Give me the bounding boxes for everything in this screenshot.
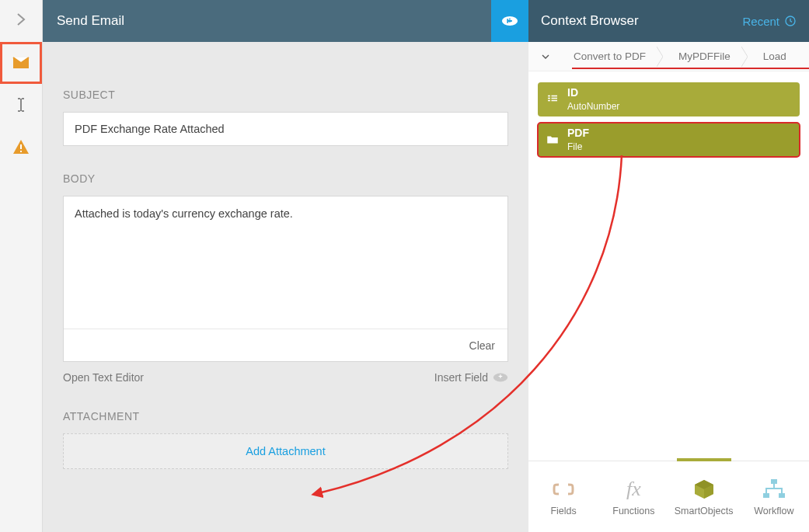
context-tabs: Fields fx Functions SmartObjects Workflo… bbox=[528, 461, 809, 532]
clock-icon bbox=[784, 15, 797, 27]
breadcrumb-separator-icon bbox=[741, 47, 748, 67]
expand-icon: + bbox=[501, 16, 518, 26]
email-icon bbox=[12, 54, 30, 72]
id-icon bbox=[546, 92, 560, 106]
tab-fields[interactable]: Fields bbox=[528, 461, 598, 532]
tab-functions[interactable]: fx Functions bbox=[598, 461, 668, 532]
svg-rect-0 bbox=[20, 144, 22, 149]
tab-label: Functions bbox=[612, 506, 654, 516]
rail-item-warning[interactable] bbox=[0, 126, 42, 168]
context-browser: Context Browser Recent Convert to PDF My… bbox=[528, 0, 809, 532]
tab-label: Workflow bbox=[754, 506, 793, 516]
subject-label: SUBJECT bbox=[63, 89, 508, 101]
breadcrumb-bar: Convert to PDF MyPDFFile Load bbox=[528, 42, 809, 71]
recent-button[interactable]: Recent bbox=[742, 15, 797, 28]
form-area: SUBJECT BODY Attached is today's currenc… bbox=[43, 42, 528, 469]
context-title: Context Browser bbox=[541, 13, 639, 29]
field-type: File bbox=[567, 141, 582, 152]
left-rail bbox=[0, 0, 43, 532]
expand-context-button[interactable]: + bbox=[491, 0, 528, 42]
open-text-editor-link[interactable]: Open Text Editor bbox=[63, 371, 144, 384]
body-editor[interactable]: Attached is today's currency exchange ra… bbox=[63, 196, 508, 362]
breadcrumb-separator-icon bbox=[657, 47, 663, 67]
svg-rect-1 bbox=[20, 151, 22, 152]
insert-field-button[interactable]: Insert Field + bbox=[434, 371, 508, 384]
field-row-pdf[interactable]: PDF File bbox=[538, 123, 800, 157]
context-header: Context Browser Recent bbox=[528, 0, 809, 42]
field-type: AutoNumber bbox=[567, 101, 619, 112]
breadcrumb-highlight bbox=[572, 68, 809, 69]
tab-label: SmartObjects bbox=[675, 506, 734, 516]
clear-button[interactable]: Clear bbox=[469, 339, 495, 352]
warning-icon bbox=[12, 137, 30, 156]
rail-item-textcursor[interactable] bbox=[0, 84, 42, 126]
breadcrumb-back-button[interactable] bbox=[533, 47, 558, 66]
subject-input[interactable] bbox=[63, 112, 508, 146]
field-name: PDF bbox=[567, 127, 589, 139]
rail-collapse-button[interactable] bbox=[0, 0, 42, 42]
recent-label: Recent bbox=[742, 15, 779, 28]
fields-icon bbox=[549, 478, 577, 501]
chevron-right-icon bbox=[12, 10, 30, 33]
insert-field-icon: + bbox=[493, 372, 508, 383]
svg-text:+: + bbox=[498, 374, 502, 381]
body-label: BODY bbox=[63, 172, 508, 185]
chevron-down-icon bbox=[539, 50, 552, 63]
main-header: Send Email + bbox=[43, 0, 528, 42]
cube-icon bbox=[690, 478, 718, 501]
panel-title: Send Email bbox=[57, 13, 124, 29]
text-cursor-icon bbox=[12, 96, 30, 114]
add-attachment-button[interactable]: Add Attachment bbox=[63, 433, 508, 469]
rail-item-email[interactable] bbox=[0, 42, 42, 84]
breadcrumb-item[interactable]: Convert to PDF bbox=[558, 47, 657, 67]
fx-icon: fx bbox=[619, 478, 647, 501]
folder-icon bbox=[546, 133, 560, 147]
tab-smartobjects[interactable]: SmartObjects bbox=[669, 461, 739, 532]
body-text: Attached is today's currency exchange ra… bbox=[64, 196, 507, 231]
breadcrumb-item[interactable]: MyPDFFile bbox=[663, 47, 741, 67]
tab-workflow[interactable]: Workflow bbox=[739, 461, 809, 532]
attachment-label: ATTACHMENT bbox=[63, 410, 508, 422]
main-panel: Send Email + SUBJECT BODY Attached is to… bbox=[43, 0, 528, 532]
svg-rect-7 bbox=[771, 479, 777, 484]
svg-text:+: + bbox=[507, 16, 512, 25]
workflow-icon bbox=[760, 478, 788, 501]
add-attachment-label: Add Attachment bbox=[246, 445, 325, 457]
context-body: ID AutoNumber PDF File bbox=[528, 71, 809, 174]
tab-label: Fields bbox=[550, 506, 576, 516]
field-name: ID bbox=[567, 87, 619, 99]
svg-rect-9 bbox=[779, 493, 785, 498]
svg-rect-8 bbox=[763, 493, 769, 498]
insert-field-label: Insert Field bbox=[434, 371, 488, 384]
field-row-id[interactable]: ID AutoNumber bbox=[538, 82, 800, 116]
breadcrumb-item[interactable]: Load bbox=[748, 47, 797, 67]
